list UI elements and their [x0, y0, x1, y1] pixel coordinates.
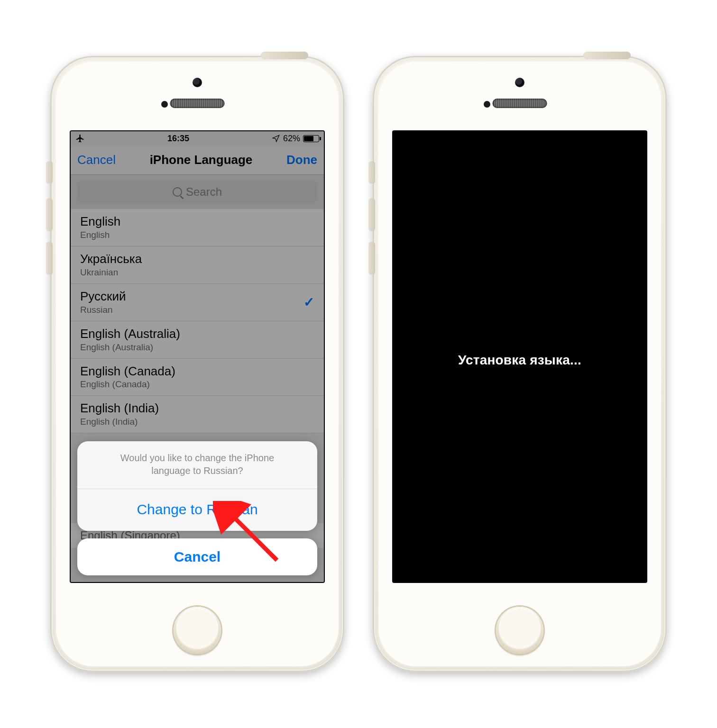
change-language-button[interactable]: Change to Russian [77, 489, 317, 531]
earpiece-speaker [170, 99, 225, 108]
action-sheet-card: Would you like to change the iPhone lang… [77, 441, 317, 531]
home-button[interactable] [496, 607, 543, 654]
iphone-device-left: 16:35 62% Cancel iPhone Language Done Se… [50, 56, 344, 672]
action-sheet: Would you like to change the iPhone lang… [77, 441, 317, 575]
sheet-msg-line2: language to Russian? [151, 465, 243, 476]
action-sheet-message: Would you like to change the iPhone lang… [77, 441, 317, 489]
front-camera [515, 78, 524, 87]
home-button[interactable] [174, 607, 221, 654]
setting-language-text: Установка языка... [393, 131, 646, 582]
sheet-msg-line1: Would you like to change the iPhone [120, 453, 274, 463]
power-button [261, 52, 308, 59]
volume-up-button [46, 198, 53, 231]
earpiece-speaker [493, 99, 547, 108]
proximity-sensor [484, 101, 490, 108]
sheet-cancel-button[interactable]: Cancel [77, 538, 317, 575]
volume-down-button [46, 242, 53, 275]
proximity-sensor [161, 101, 168, 108]
front-camera [193, 78, 202, 87]
iphone-device-right: Установка языка... [373, 56, 667, 672]
mute-switch [368, 161, 375, 184]
volume-down-button [368, 242, 375, 275]
power-button [583, 52, 631, 59]
screen-right: Установка языка... [392, 130, 647, 583]
screen-left: 16:35 62% Cancel iPhone Language Done Se… [70, 130, 325, 583]
mute-switch [46, 161, 53, 184]
volume-up-button [368, 198, 375, 231]
